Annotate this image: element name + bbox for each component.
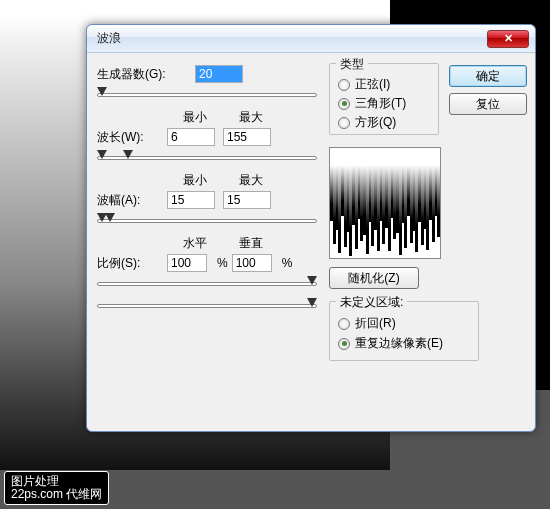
watermark: 图片处理 22ps.com 代维网: [4, 471, 109, 505]
scale-h-input[interactable]: 100: [167, 254, 207, 272]
scale-h-slider[interactable]: [97, 276, 317, 290]
undef-wrap-label: 折回(R): [355, 315, 396, 332]
randomize-button[interactable]: 随机化(Z): [329, 267, 419, 289]
scale-label: 比例(S):: [97, 255, 167, 272]
radio-icon: [338, 338, 350, 350]
type-square-label: 方形(Q): [355, 114, 396, 131]
scale-v-input[interactable]: 100: [232, 254, 272, 272]
percent-1: %: [217, 256, 228, 270]
vert-header: 垂直: [223, 235, 279, 252]
wavelength-label: 波长(W):: [97, 129, 167, 146]
undef-repeat-row[interactable]: 重复边缘像素(E): [338, 335, 470, 352]
horiz-header: 水平: [167, 235, 223, 252]
type-legend: 类型: [336, 56, 368, 73]
radio-icon: [338, 318, 350, 330]
min-header-2: 最小: [167, 172, 223, 189]
type-triangle-label: 三角形(T): [355, 95, 406, 112]
radio-icon: [338, 117, 350, 129]
type-group: 类型 正弦(I) 三角形(T) 方形(Q): [329, 63, 439, 135]
undef-wrap-row[interactable]: 折回(R): [338, 315, 470, 332]
type-sine-row[interactable]: 正弦(I): [338, 76, 430, 93]
type-square-row[interactable]: 方形(Q): [338, 114, 430, 131]
type-sine-label: 正弦(I): [355, 76, 390, 93]
ok-button[interactable]: 确定: [449, 65, 527, 87]
watermark-line2: 22ps.com 代维网: [11, 488, 102, 501]
wave-dialog: 波浪 ✕ 生成器数(G): 20 最小 最大 波长(W): 6 155: [86, 24, 536, 432]
amplitude-max-input[interactable]: 15: [223, 191, 271, 209]
titlebar[interactable]: 波浪 ✕: [87, 25, 535, 53]
max-header-1: 最大: [223, 109, 279, 126]
generators-label: 生成器数(G):: [97, 66, 167, 83]
wavelength-min-input[interactable]: 6: [167, 128, 215, 146]
close-button[interactable]: ✕: [487, 30, 529, 48]
amplitude-slider[interactable]: [97, 213, 317, 227]
undefined-area-group: 未定义区域: 折回(R) 重复边缘像素(E): [329, 301, 479, 361]
scale-v-slider[interactable]: [97, 298, 317, 312]
params-panel: 生成器数(G): 20 最小 最大 波长(W): 6 155: [97, 65, 317, 320]
percent-2: %: [282, 256, 293, 270]
preview-streaks: [330, 165, 440, 259]
radio-icon: [338, 98, 350, 110]
type-triangle-row[interactable]: 三角形(T): [338, 95, 430, 112]
wavelength-slider[interactable]: [97, 150, 317, 164]
undef-repeat-label: 重复边缘像素(E): [355, 335, 443, 352]
reset-button[interactable]: 复位: [449, 93, 527, 115]
min-header-1: 最小: [167, 109, 223, 126]
amplitude-min-input[interactable]: 15: [167, 191, 215, 209]
wavelength-max-input[interactable]: 155: [223, 128, 271, 146]
max-header-2: 最大: [223, 172, 279, 189]
radio-icon: [338, 79, 350, 91]
amplitude-label: 波幅(A):: [97, 192, 167, 209]
dialog-title: 波浪: [97, 30, 487, 47]
undefined-legend: 未定义区域:: [336, 294, 407, 311]
generators-slider[interactable]: [97, 87, 317, 101]
generators-input[interactable]: 20: [195, 65, 243, 83]
preview-box: [329, 147, 441, 259]
